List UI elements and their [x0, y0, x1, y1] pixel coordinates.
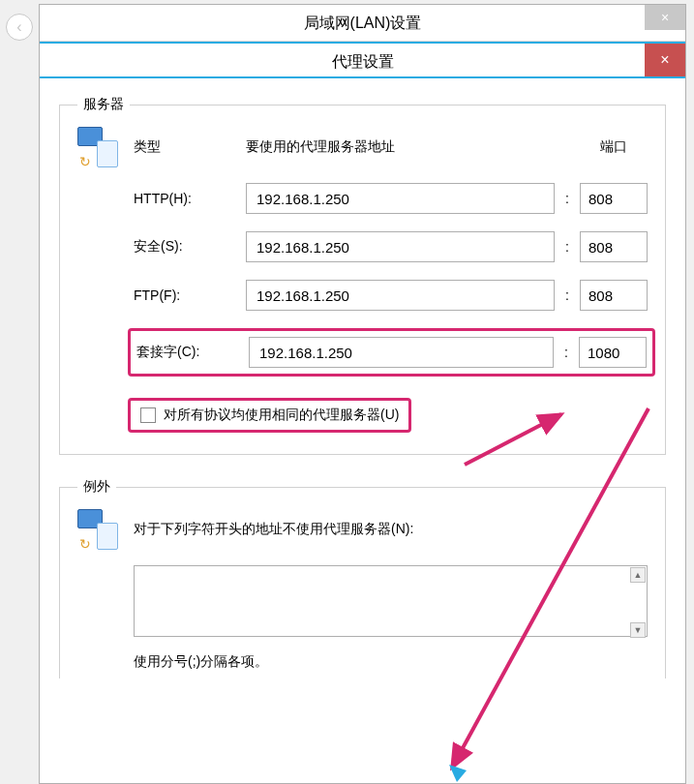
same-proxy-checkbox-row[interactable]: 对所有协议均使用相同的代理服务器(U) — [140, 407, 399, 424]
exceptions-textarea[interactable] — [134, 565, 648, 637]
http-label: HTTP(H): — [134, 191, 246, 206]
secure-row: 安全(S): : — [134, 231, 648, 262]
server-legend: 服务器 — [77, 96, 130, 113]
back-button[interactable]: ‹ — [6, 14, 33, 41]
same-proxy-label: 对所有协议均使用相同的代理服务器(U) — [164, 407, 399, 424]
socks-port-input[interactable] — [579, 337, 647, 368]
inner-close-button[interactable]: × — [645, 44, 685, 76]
exceptions-hint: 使用分号(;)分隔各项。 — [134, 653, 648, 671]
same-proxy-highlight: 对所有协议均使用相同的代理服务器(U) — [128, 398, 411, 433]
header-port: 端口 — [580, 138, 648, 156]
colon: : — [555, 239, 580, 255]
exceptions-textarea-wrap: ▲ ▼ — [134, 565, 648, 640]
exceptions-legend: 例外 — [77, 478, 116, 496]
outer-close-button[interactable]: × — [645, 5, 685, 30]
socks-highlight: 套接字(C): : — [128, 328, 655, 377]
server-group: 服务器 ↻ 类型 要使用的代理服务器地址 端口 HTTP(H): : 安全(S)… — [59, 96, 666, 455]
outer-title: 局域网(LAN)设置 — [304, 15, 422, 31]
secure-address-input[interactable] — [246, 231, 555, 262]
header-type: 类型 — [134, 138, 246, 156]
http-row: HTTP(H): : — [134, 183, 648, 214]
scroll-up-icon[interactable]: ▲ — [630, 567, 646, 583]
inner-titlebar: 代理设置 × — [40, 42, 685, 78]
ftp-row: FTP(F): : — [134, 280, 648, 311]
dialog-content: 服务器 ↻ 类型 要使用的代理服务器地址 端口 HTTP(H): : 安全(S)… — [40, 78, 685, 678]
server-header-row: ↻ 类型 要使用的代理服务器地址 端口 — [77, 127, 648, 167]
network-icon: ↻ — [77, 509, 118, 550]
outer-titlebar: 局域网(LAN)设置 × — [40, 5, 685, 42]
http-address-input[interactable] — [246, 183, 555, 214]
colon: : — [555, 191, 580, 206]
scroll-down-icon[interactable]: ▼ — [630, 622, 646, 638]
ftp-port-input[interactable] — [580, 280, 648, 311]
exceptions-header-row: ↻ 对于下列字符开头的地址不使用代理服务器(N): — [77, 509, 648, 550]
secure-label: 安全(S): — [134, 238, 246, 256]
exceptions-label: 对于下列字符开头的地址不使用代理服务器(N): — [134, 521, 413, 538]
socks-label: 套接字(C): — [136, 344, 249, 361]
secure-port-input[interactable] — [580, 231, 648, 262]
same-proxy-checkbox[interactable] — [140, 407, 156, 423]
ftp-address-input[interactable] — [246, 280, 555, 311]
colon: : — [554, 345, 579, 360]
socks-row: 套接字(C): : — [136, 337, 647, 368]
network-icon: ↻ — [77, 127, 118, 167]
lan-settings-window: 局域网(LAN)设置 × 代理设置 × 服务器 ↻ 类型 要使用的代理服务器地址… — [39, 4, 686, 784]
ftp-label: FTP(F): — [134, 287, 246, 303]
header-address: 要使用的代理服务器地址 — [246, 138, 580, 156]
exceptions-group: 例外 ↻ 对于下列字符开头的地址不使用代理服务器(N): ▲ ▼ 使用分号(;)… — [59, 478, 666, 678]
http-port-input[interactable] — [580, 183, 648, 214]
socks-address-input[interactable] — [249, 337, 554, 368]
inner-title: 代理设置 — [332, 53, 394, 70]
colon: : — [555, 287, 580, 303]
